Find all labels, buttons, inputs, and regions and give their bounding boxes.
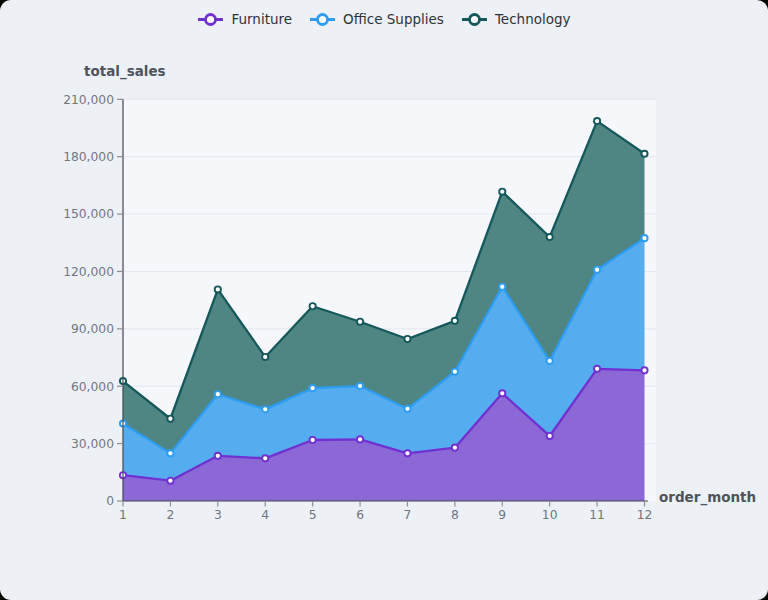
- data-point: [641, 367, 647, 373]
- legend-marker-icon: [309, 12, 336, 27]
- legend-marker-icon: [461, 12, 488, 27]
- x-tick-label: 8: [451, 508, 459, 522]
- data-point: [594, 118, 600, 124]
- data-point: [262, 354, 268, 360]
- y-tick-label: 30,000: [71, 437, 114, 451]
- x-tick-label: 9: [498, 508, 506, 522]
- data-point: [215, 391, 221, 397]
- x-tick-label: 12: [637, 508, 653, 522]
- x-tick-label: 11: [589, 508, 605, 522]
- x-tick-label: 1: [119, 508, 127, 522]
- y-tick-label: 210,000: [63, 93, 114, 107]
- y-tick-label: 150,000: [63, 207, 114, 221]
- y-tick-label: 60,000: [71, 380, 114, 394]
- data-point: [404, 450, 410, 456]
- y-tick-label: 0: [106, 494, 114, 508]
- data-point: [594, 366, 600, 372]
- data-point: [215, 286, 221, 292]
- data-point: [641, 151, 647, 157]
- y-tick-label: 90,000: [71, 322, 114, 336]
- data-point: [499, 284, 505, 290]
- data-point: [499, 189, 505, 195]
- data-point: [357, 319, 363, 325]
- chart-legend: FurnitureOffice SuppliesTechnology: [0, 11, 768, 27]
- x-tick-label: 2: [166, 508, 174, 522]
- data-point: [262, 406, 268, 412]
- legend-label: Technology: [495, 11, 571, 27]
- y-tick-label: 180,000: [63, 150, 114, 164]
- legend-item-furniture[interactable]: Furniture: [197, 11, 292, 27]
- data-point: [310, 303, 316, 309]
- y-axis-title: total_sales: [84, 63, 166, 79]
- data-point: [452, 369, 458, 375]
- data-point: [215, 453, 221, 459]
- x-axis-ticks: 123456789101112: [119, 501, 652, 522]
- legend-marker-icon: [197, 12, 224, 27]
- stacked-area-chart: 030,00060,00090,000120,000150,000180,000…: [0, 0, 768, 600]
- x-tick-label: 10: [542, 508, 558, 522]
- x-axis-title: order_month: [659, 489, 756, 505]
- legend-item-technology[interactable]: Technology: [461, 11, 571, 27]
- data-point: [167, 450, 173, 456]
- data-point: [404, 406, 410, 412]
- x-tick-label: 4: [261, 508, 269, 522]
- data-point: [167, 416, 173, 422]
- data-point: [310, 437, 316, 443]
- data-point: [547, 358, 553, 364]
- data-point: [167, 478, 173, 484]
- data-point: [404, 336, 410, 342]
- x-tick-label: 3: [214, 508, 222, 522]
- x-tick-label: 6: [356, 508, 364, 522]
- y-tick-label: 120,000: [63, 265, 114, 279]
- data-point: [547, 234, 553, 240]
- data-point: [452, 318, 458, 324]
- legend-label: Furniture: [231, 11, 292, 27]
- y-axis-ticks: 030,00060,00090,000120,000150,000180,000…: [63, 93, 123, 509]
- x-tick-label: 7: [404, 508, 412, 522]
- data-point: [547, 433, 553, 439]
- data-point: [310, 385, 316, 391]
- data-point: [641, 235, 647, 241]
- data-point: [499, 390, 505, 396]
- data-point: [357, 436, 363, 442]
- legend-label: Office Supplies: [343, 11, 444, 27]
- chart-window: FurnitureOffice SuppliesTechnology total…: [0, 0, 768, 600]
- data-point: [357, 383, 363, 389]
- data-point: [262, 455, 268, 461]
- legend-item-office-supplies[interactable]: Office Supplies: [309, 11, 444, 27]
- x-tick-label: 5: [309, 508, 317, 522]
- data-point: [452, 445, 458, 451]
- data-point: [594, 267, 600, 273]
